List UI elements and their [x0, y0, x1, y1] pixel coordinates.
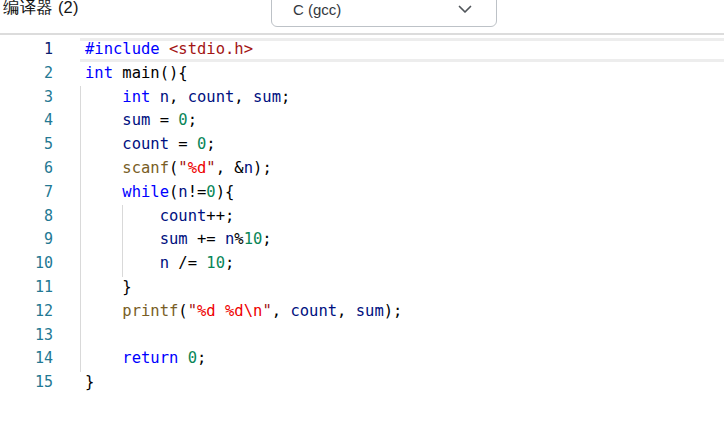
- language-dropdown[interactable]: C (gcc): [271, 0, 497, 27]
- code-line-content: count++;: [80, 205, 724, 229]
- line-number: 12: [0, 300, 53, 324]
- page-title: 编译器 (2): [3, 0, 79, 19]
- line-number: 3: [0, 86, 53, 110]
- code-line-content: sum += n%10;: [80, 228, 724, 252]
- line-number: 8: [0, 205, 53, 229]
- code-line[interactable]: 14 return 0;: [0, 347, 724, 371]
- code-line[interactable]: 9 sum += n%10;: [0, 228, 724, 252]
- code-line[interactable]: 6 scanf("%d", &n);: [0, 157, 724, 181]
- code-line[interactable]: 15}: [0, 371, 724, 395]
- line-number: 5: [0, 133, 53, 157]
- line-number: 2: [0, 62, 53, 86]
- code-line[interactable]: 13: [0, 324, 724, 348]
- code-line-content: int main(){: [80, 62, 724, 86]
- code-line-content: return 0;: [80, 347, 724, 371]
- code-line[interactable]: 7 while(n!=0){: [0, 181, 724, 205]
- line-number: 1: [0, 38, 53, 62]
- line-number: 6: [0, 157, 53, 181]
- code-line-content: int n, count, sum;: [80, 86, 724, 110]
- code-line-content: [80, 324, 724, 348]
- code-line[interactable]: 11 }: [0, 276, 724, 300]
- code-line-content: #include <stdio.h>: [80, 38, 724, 62]
- code-line[interactable]: 10 n /= 10;: [0, 252, 724, 276]
- code-line[interactable]: 5 count = 0;: [0, 133, 724, 157]
- code-line[interactable]: 12 printf("%d %d\n", count, sum);: [0, 300, 724, 324]
- line-number: 7: [0, 181, 53, 205]
- line-number: 13: [0, 324, 53, 348]
- line-number: 4: [0, 109, 53, 133]
- code-editor[interactable]: 1#include <stdio.h>2int main(){3 int n, …: [0, 35, 724, 448]
- code-line-content: n /= 10;: [80, 252, 724, 276]
- editor-header: 编译器 (2) C (gcc): [0, 0, 724, 33]
- code-line-content: while(n!=0){: [80, 181, 724, 205]
- code-line-content: }: [80, 276, 724, 300]
- code-line-content: }: [80, 371, 724, 395]
- indent-guide: [80, 86, 81, 372]
- line-number: 10: [0, 252, 53, 276]
- code-line-content: sum = 0;: [80, 109, 724, 133]
- line-number: 14: [0, 347, 53, 371]
- line-number: 11: [0, 276, 53, 300]
- code-line[interactable]: 3 int n, count, sum;: [0, 86, 724, 110]
- chevron-down-icon: [458, 5, 472, 14]
- code-line[interactable]: 2int main(){: [0, 62, 724, 86]
- line-number: 15: [0, 371, 53, 395]
- code-line[interactable]: 1#include <stdio.h>: [0, 38, 724, 62]
- code-line-content: scanf("%d", &n);: [80, 157, 724, 181]
- code-line[interactable]: 8 count++;: [0, 205, 724, 229]
- code-line-content: printf("%d %d\n", count, sum);: [80, 300, 724, 324]
- code-line[interactable]: 4 sum = 0;: [0, 109, 724, 133]
- language-dropdown-value: C (gcc): [293, 1, 341, 18]
- line-number: 9: [0, 228, 53, 252]
- code-line-content: count = 0;: [80, 133, 724, 157]
- indent-guide: [122, 205, 123, 277]
- code-area: 1#include <stdio.h>2int main(){3 int n, …: [0, 38, 724, 395]
